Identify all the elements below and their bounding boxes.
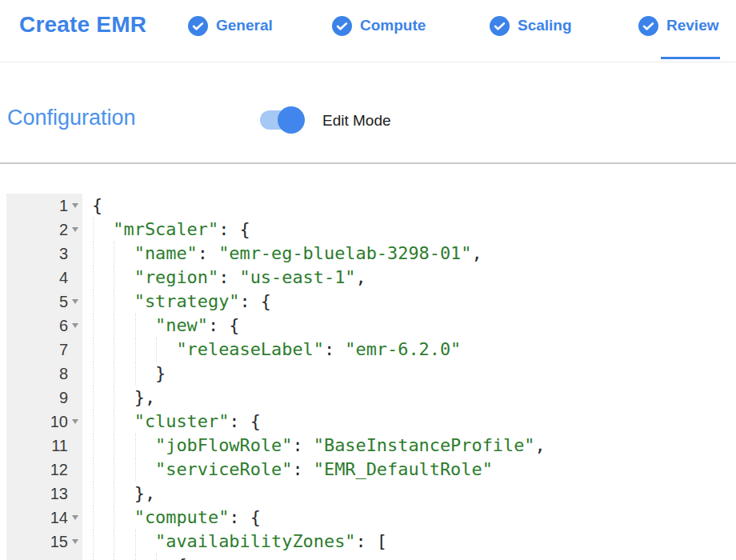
indent-guide [93, 314, 94, 338]
indent-guide [93, 362, 94, 386]
editor-gutter: 12345678910111213141516 [6, 194, 82, 560]
step-label: Review [666, 17, 718, 34]
indent-guide [114, 530, 114, 554]
indent-guide [156, 338, 157, 362]
active-tab-underline [661, 57, 720, 59]
code-line[interactable]: "new": { [82, 314, 736, 338]
line-number: 1 [59, 197, 68, 215]
code-line[interactable]: "name": "emr-eg-bluelab-3298-01", [82, 242, 736, 266]
indent-guide [114, 410, 114, 434]
step-tab-scaling[interactable]: Scaling [490, 15, 572, 36]
code-line[interactable]: "jobFlowRole": "BaseInstanceProfile", [82, 434, 736, 458]
indent-guide [114, 242, 114, 266]
step-tab-general[interactable]: General [188, 15, 273, 36]
code-line[interactable]: { [82, 554, 736, 560]
line-number: 13 [50, 485, 68, 503]
indent-guide [114, 506, 114, 530]
indent-guide [135, 338, 136, 362]
line-number: 16 [50, 557, 68, 560]
gutter-row: 2 [6, 218, 82, 242]
gutter-row: 10 [6, 410, 82, 434]
json-editor[interactable]: 12345678910111213141516 { "mrScaler": { … [6, 194, 736, 560]
indent-guide [114, 338, 114, 362]
indent-guide [114, 434, 114, 458]
line-number: 9 [59, 389, 68, 407]
indent-guide [135, 314, 136, 338]
section-title-configuration: Configuration [7, 106, 136, 130]
wizard-header: Create EMR General Compute Scaling Revie… [0, 0, 736, 62]
code-line[interactable]: "availabilityZones": [ [82, 530, 736, 554]
step-label: General [216, 17, 273, 34]
code-line[interactable]: "region": "us-east-1", [82, 266, 736, 290]
indent-guide [135, 458, 136, 482]
editor-content[interactable]: { "mrScaler": { "name": "emr-eg-bluelab-… [82, 194, 736, 560]
indent-guide [93, 458, 94, 482]
indent-guide [93, 242, 94, 266]
step-label: Compute [360, 17, 426, 34]
gutter-row: 3 [6, 242, 82, 266]
fold-arrow-icon[interactable] [68, 515, 82, 520]
fold-arrow-icon[interactable] [68, 539, 82, 544]
indent-guide [93, 530, 94, 554]
indent-guide [114, 482, 114, 506]
step-tab-review[interactable]: Review [638, 15, 718, 36]
indent-guide [114, 554, 114, 560]
fold-arrow-icon[interactable] [68, 227, 82, 232]
indent-guide [93, 410, 94, 434]
check-circle-icon [188, 16, 208, 36]
code-line[interactable]: "cluster": { [82, 410, 736, 434]
edit-mode-toggle[interactable] [260, 110, 303, 130]
gutter-row: 14 [6, 506, 82, 530]
indent-guide [114, 362, 114, 386]
line-number: 8 [59, 365, 68, 383]
code-line[interactable]: }, [82, 482, 736, 506]
code-line[interactable]: { [82, 194, 736, 218]
check-circle-icon [332, 16, 352, 36]
line-number: 12 [50, 461, 68, 479]
check-circle-icon [638, 16, 658, 36]
indent-guide [135, 530, 136, 554]
check-circle-icon [490, 16, 510, 36]
code-line[interactable]: "compute": { [82, 506, 736, 530]
gutter-row: 16 [6, 554, 82, 560]
indent-guide [93, 506, 94, 530]
indent-guide [114, 314, 114, 338]
code-line[interactable]: "strategy": { [82, 290, 736, 314]
fold-arrow-icon[interactable] [68, 299, 82, 304]
gutter-row: 8 [6, 362, 82, 386]
gutter-row: 6 [6, 314, 82, 338]
edit-mode-label: Edit Mode [322, 112, 391, 130]
indent-guide [93, 266, 94, 290]
code-line[interactable]: "mrScaler": { [82, 218, 736, 242]
code-line[interactable]: } [82, 362, 736, 386]
gutter-row: 9 [6, 386, 82, 410]
gutter-row: 12 [6, 458, 82, 482]
page-title: Create EMR [19, 12, 146, 38]
indent-guide [156, 554, 157, 560]
step-tab-compute[interactable]: Compute [332, 15, 426, 36]
line-number: 2 [59, 221, 68, 239]
fold-arrow-icon[interactable] [68, 323, 82, 328]
indent-guide [135, 554, 136, 560]
indent-guide [135, 434, 136, 458]
line-number: 11 [51, 437, 68, 455]
indent-guide [93, 338, 94, 362]
fold-arrow-icon[interactable] [68, 419, 82, 424]
gutter-row: 11 [6, 434, 82, 458]
code-line[interactable]: "serviceRole": "EMR_DefaultRole" [82, 458, 736, 482]
indent-guide [93, 290, 94, 314]
indent-guide [93, 482, 94, 506]
gutter-row: 1 [6, 194, 82, 218]
code-line[interactable]: }, [82, 386, 736, 410]
code-line[interactable]: "releaseLabel": "emr-6.2.0" [82, 338, 736, 362]
fold-arrow-icon[interactable] [68, 203, 82, 208]
toggle-knob[interactable] [278, 106, 305, 134]
line-number: 3 [59, 245, 68, 263]
gutter-row: 13 [6, 482, 82, 506]
section-divider [0, 162, 736, 164]
indent-guide [93, 386, 94, 410]
gutter-row: 15 [6, 530, 82, 554]
indent-guide [93, 554, 94, 560]
line-number: 5 [59, 293, 68, 311]
gutter-row: 4 [6, 266, 82, 290]
